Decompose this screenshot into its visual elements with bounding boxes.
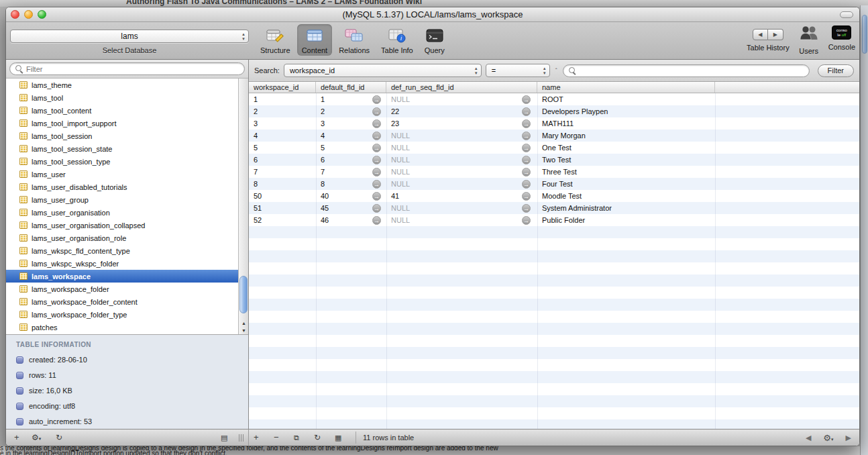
table-cell[interactable]: 1→ — [316, 93, 386, 105]
users-button[interactable]: Users — [799, 24, 819, 55]
window-titlebar[interactable]: (MySQL 5.1.37) LOCAL/lams/lams_workspace — [6, 7, 859, 22]
minimize-button[interactable] — [24, 10, 33, 19]
table-cell[interactable]: 8 — [249, 178, 316, 190]
sidebar-table-lams_tool_session_type[interactable]: lams_tool_session_type — [6, 155, 248, 168]
table-row[interactable]: 5040→41→Moodle Test — [249, 190, 859, 202]
table-cell[interactable]: ROOT — [537, 93, 715, 105]
table-cell[interactable]: NULL→ — [386, 166, 537, 178]
table-row[interactable]: 55→NULL→One Test — [249, 142, 859, 154]
sidebar-table-lams_tool[interactable]: lams_tool — [6, 91, 248, 104]
foreign-key-link-icon[interactable]: → — [522, 119, 531, 128]
foreign-key-link-icon[interactable]: → — [522, 180, 531, 189]
sidebar-table-lams_user_organisation[interactable]: lams_user_organisation — [6, 206, 248, 219]
table-cell[interactable]: 2→ — [316, 105, 386, 117]
scroll-down-button[interactable]: ▼ — [239, 328, 248, 333]
previous-page-button[interactable]: ◀ — [806, 434, 811, 442]
table-cell[interactable]: Three Test — [537, 166, 715, 178]
foreign-key-link-icon[interactable]: → — [372, 132, 381, 140]
search-operator-select[interactable]: = ▲▼ — [486, 64, 550, 77]
sidebar-table-lams_workspace_folder[interactable]: lams_workspace_folder — [6, 283, 248, 295]
table-cell[interactable]: NULL→ — [386, 178, 537, 190]
column-header-default-fld-id[interactable]: default_fld_id — [316, 82, 386, 93]
table-cell[interactable]: 7→ — [316, 166, 386, 178]
foreign-key-link-icon[interactable]: → — [372, 204, 381, 213]
table-cell[interactable]: 8→ — [316, 178, 386, 190]
sidebar-table-lams_theme[interactable]: lams_theme — [6, 79, 248, 91]
table-cell[interactable]: 23→ — [386, 117, 537, 130]
table-cell[interactable]: Moodle Test — [537, 190, 715, 202]
splitter-grip[interactable] — [239, 434, 245, 442]
table-row[interactable]: 11→NULL→ROOT — [249, 93, 859, 105]
table-cell[interactable]: NULL→ — [386, 214, 537, 226]
table-cell[interactable]: 6→ — [316, 154, 386, 166]
search-value-field[interactable] — [563, 64, 810, 77]
structure-button[interactable]: Structure — [256, 24, 295, 56]
add-row-button[interactable]: + — [254, 432, 259, 443]
edit-row-button[interactable]: ▦ — [335, 432, 341, 443]
table-cell[interactable]: 7 — [249, 166, 316, 178]
column-header-name[interactable]: name — [537, 82, 715, 93]
table-cell[interactable]: 4 — [249, 130, 316, 142]
sidebar-table-lams_user_group[interactable]: lams_user_group — [6, 193, 248, 206]
table-cell[interactable]: 52 — [249, 214, 316, 226]
sidebar-table-lams_user_disabled_tutorials[interactable]: lams_user_disabled_tutorials — [6, 181, 248, 193]
table-filter-field[interactable] — [9, 62, 245, 75]
table-row[interactable]: 22→22→Developers Playpen — [249, 105, 859, 117]
foreign-key-link-icon[interactable]: → — [372, 192, 381, 201]
table-cell[interactable]: 6 — [249, 154, 316, 166]
database-select[interactable]: lams ▲▼ — [10, 30, 249, 43]
table-row[interactable]: 33→23→MATH111 — [249, 117, 859, 130]
sidebar-table-lams_tool_content[interactable]: lams_tool_content — [6, 104, 248, 117]
table-actions-gear-button[interactable]: ⚙▾ — [32, 432, 41, 444]
foreign-key-link-icon[interactable]: → — [372, 95, 381, 104]
table-row[interactable]: 44→NULL→Mary Morgan — [249, 130, 859, 142]
table-cell[interactable]: Developers Playpen — [537, 105, 715, 117]
remove-row-button[interactable]: − — [274, 432, 279, 443]
column-header-workspace-id[interactable]: workspace_id — [249, 82, 316, 93]
table-cell[interactable]: 5→ — [316, 142, 386, 154]
table-list-scrollbar[interactable]: ▲ ▼ — [238, 79, 248, 334]
table-cell[interactable]: 3→ — [316, 117, 386, 130]
foreign-key-link-icon[interactable]: → — [372, 216, 381, 225]
sidebar-table-lams_workspace_folder_type[interactable]: lams_workspace_folder_type — [6, 308, 248, 321]
filter-disclosure-icon[interactable]: ˆ — [555, 67, 557, 74]
table-cell[interactable]: System Administrator — [537, 202, 715, 214]
sidebar-table-lams_user_organisation_role[interactable]: lams_user_organisation_role — [6, 232, 248, 244]
sidebar-table-lams_wkspc_fld_content_type[interactable]: lams_wkspc_fld_content_type — [6, 244, 248, 257]
table-cell[interactable]: NULL→ — [386, 130, 537, 142]
foreign-key-link-icon[interactable]: → — [522, 107, 531, 116]
table-cell[interactable]: 5 — [249, 142, 316, 154]
table-cell[interactable]: 41→ — [386, 190, 537, 202]
sidebar-table-lams_tool_import_support[interactable]: lams_tool_import_support — [6, 117, 248, 130]
table-cell[interactable]: NULL→ — [386, 154, 537, 166]
sidebar-table-lams_wkspc_wkspc_folder[interactable]: lams_wkspc_wkspc_folder — [6, 257, 248, 270]
column-header-def-run-seq-fld-id[interactable]: def_run_seq_fld_id — [386, 82, 537, 93]
foreign-key-link-icon[interactable]: → — [522, 216, 531, 225]
foreign-key-link-icon[interactable]: → — [522, 144, 531, 152]
query-button[interactable]: Query — [420, 24, 449, 56]
sidebar-table-lams_tool_session[interactable]: lams_tool_session — [6, 130, 248, 142]
table-cell[interactable]: 45→ — [316, 202, 386, 214]
refresh-tables-button[interactable]: ↻ — [56, 432, 62, 443]
content-button[interactable]: Content — [297, 24, 333, 56]
table-cell[interactable]: 46→ — [316, 214, 386, 226]
sidebar-table-lams_user[interactable]: lams_user — [6, 168, 248, 181]
foreign-key-link-icon[interactable]: → — [372, 107, 381, 116]
foreign-key-link-icon[interactable]: → — [372, 144, 381, 152]
table-filter-input[interactable] — [26, 65, 239, 73]
foreign-key-link-icon[interactable]: → — [372, 180, 381, 189]
search-value-input[interactable] — [580, 66, 804, 74]
table-cell[interactable]: NULL→ — [386, 93, 537, 105]
sidebar-table-lams_workspace[interactable]: lams_workspace — [6, 270, 248, 283]
table-cell[interactable]: 4→ — [316, 130, 386, 142]
table-cell[interactable]: 50 — [249, 190, 316, 202]
table-cell[interactable]: Mary Morgan — [537, 130, 715, 142]
table-cell[interactable]: 22→ — [386, 105, 537, 117]
table-row[interactable]: 88→NULL→Four Test — [249, 178, 859, 190]
table-cell[interactable]: 2 — [249, 105, 316, 117]
console-button[interactable]: conso le off Console — [828, 24, 855, 51]
duplicate-row-button[interactable]: ⧉ — [294, 432, 299, 443]
table-cell[interactable]: Four Test — [537, 178, 715, 190]
scrollbar-thumb[interactable] — [239, 276, 248, 313]
background-scrollbar-thumb[interactable] — [862, 15, 867, 54]
